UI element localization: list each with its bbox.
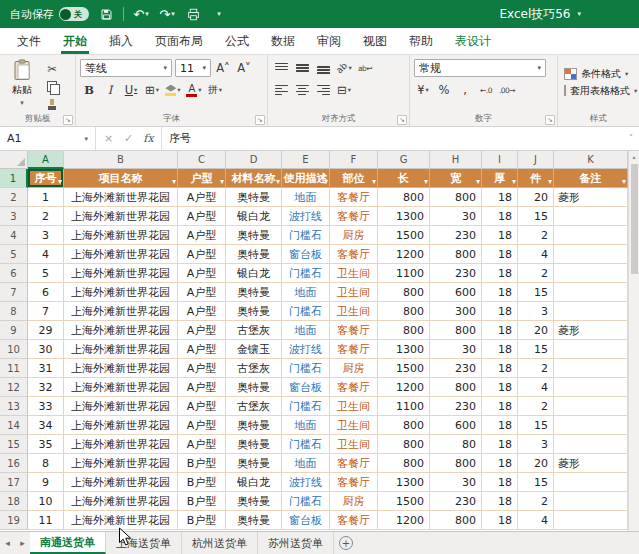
cell[interactable]: 1200	[378, 511, 430, 530]
cell[interactable]: 18	[482, 378, 518, 397]
menu-tab-1[interactable]: 开始	[52, 28, 98, 54]
underline-button[interactable]: U▾	[122, 82, 140, 99]
cell[interactable]: 1100	[378, 264, 430, 283]
filter-arrow-icon[interactable]: ▾	[476, 177, 480, 186]
cell[interactable]: 奥特曼	[226, 416, 282, 435]
enter-button[interactable]: ✓	[120, 132, 137, 145]
decrease-decimal-button[interactable]: .00→	[498, 82, 516, 99]
cell[interactable]: 奥特曼	[226, 188, 282, 207]
cell[interactable]: 15	[518, 473, 554, 492]
cell[interactable]	[554, 378, 628, 397]
alignment-dialog-launcher[interactable]: ↘	[397, 115, 407, 125]
cell[interactable]: 11	[28, 511, 64, 530]
cell[interactable]: A户型	[178, 321, 226, 340]
column-header-J[interactable]: J	[518, 151, 554, 169]
cell[interactable]: 3	[518, 302, 554, 321]
cell[interactable]: 上海外滩新世界花园	[64, 416, 178, 435]
cell[interactable]: A户型	[178, 397, 226, 416]
cell[interactable]: 800	[430, 188, 482, 207]
next-sheet-button[interactable]: ▸	[15, 532, 30, 554]
cell[interactable]: 门槛石	[282, 397, 330, 416]
table-header-cell[interactable]: 宽▾	[430, 169, 482, 188]
cell[interactable]: 上海外滩新世界花园	[64, 226, 178, 245]
cell[interactable]: 4	[518, 378, 554, 397]
undo-button[interactable]: ↶ ▾	[132, 3, 150, 25]
cell[interactable]: 15	[518, 283, 554, 302]
cell[interactable]: 31	[28, 359, 64, 378]
table-header-cell[interactable]: 部位▾	[330, 169, 378, 188]
scroll-up-icon[interactable]: ▴	[632, 153, 635, 161]
cell[interactable]: 3	[518, 435, 554, 454]
cell[interactable]: 门槛石	[282, 226, 330, 245]
cell[interactable]: A户型	[178, 245, 226, 264]
filter-arrow-icon[interactable]: ▾	[58, 177, 62, 186]
cell[interactable]: 地面	[282, 188, 330, 207]
column-header-H[interactable]: H	[430, 151, 482, 169]
cell[interactable]: 5	[28, 264, 64, 283]
cell[interactable]: A户型	[178, 283, 226, 302]
number-format-select[interactable]: 常规 ▾	[414, 59, 546, 77]
cell[interactable]: 上海外滩新世界花园	[64, 454, 178, 473]
align-right-button[interactable]	[314, 82, 332, 99]
cell[interactable]	[554, 416, 628, 435]
paste-button[interactable]: 粘贴 ▾	[4, 58, 40, 108]
row-header-4[interactable]: 4	[0, 226, 28, 245]
cell[interactable]	[554, 302, 628, 321]
cell[interactable]: 18	[482, 340, 518, 359]
cell[interactable]: 2	[518, 226, 554, 245]
menu-tab-8[interactable]: 帮助	[398, 28, 444, 54]
orientation-button[interactable]: ab▾	[335, 60, 353, 77]
cell[interactable]: 奥特曼	[226, 511, 282, 530]
formula-input[interactable]: 序号	[162, 127, 623, 150]
cell[interactable]: 1500	[378, 492, 430, 511]
column-header-B[interactable]: B	[64, 151, 178, 169]
cell[interactable]: 20	[518, 321, 554, 340]
cell[interactable]: 窗台板	[282, 245, 330, 264]
cell[interactable]: 35	[28, 435, 64, 454]
percent-style-button[interactable]: %	[435, 82, 453, 99]
cell[interactable]: B户型	[178, 511, 226, 530]
cell[interactable]: 上海外滩新世界花园	[64, 264, 178, 283]
row-header-13[interactable]: 13	[0, 397, 28, 416]
cell[interactable]: 2	[518, 492, 554, 511]
cell[interactable]: 18	[482, 302, 518, 321]
cell[interactable]: 波打线	[282, 340, 330, 359]
row-header-10[interactable]: 10	[0, 340, 28, 359]
cell[interactable]: 800	[378, 454, 430, 473]
cell[interactable]: 客餐厅	[330, 188, 378, 207]
row-header-19[interactable]: 19	[0, 511, 28, 530]
row-header-9[interactable]: 9	[0, 321, 28, 340]
align-center-button[interactable]	[293, 82, 311, 99]
font-name-select[interactable]: 等线 ▾	[80, 59, 172, 77]
cell[interactable]: 卫生间	[330, 302, 378, 321]
cell[interactable]: 门槛石	[282, 359, 330, 378]
cell[interactable]: 客餐厅	[330, 511, 378, 530]
cell[interactable]: 32	[28, 378, 64, 397]
cell[interactable]: 18	[482, 511, 518, 530]
column-header-F[interactable]: F	[330, 151, 378, 169]
cell[interactable]: 菱形	[554, 321, 628, 340]
sheet-tab-1[interactable]: 上海送货单	[106, 532, 182, 554]
sheet-tab-2[interactable]: 杭州送货单	[182, 532, 258, 554]
cell[interactable]: 4	[28, 245, 64, 264]
cell[interactable]: 30	[430, 207, 482, 226]
cell[interactable]: 800	[378, 416, 430, 435]
cell[interactable]: 2	[28, 207, 64, 226]
cell[interactable]: 80	[430, 435, 482, 454]
cell[interactable]: 800	[378, 435, 430, 454]
cell[interactable]: 18	[482, 207, 518, 226]
vertical-scrollbar[interactable]: ▴	[628, 151, 639, 531]
cell[interactable]: 18	[482, 454, 518, 473]
font-color-button[interactable]: A ▾	[185, 82, 203, 99]
cell[interactable]: 18	[482, 245, 518, 264]
cell[interactable]	[554, 207, 628, 226]
menu-tab-7[interactable]: 视图	[352, 28, 398, 54]
cell[interactable]: 地面	[282, 283, 330, 302]
cell[interactable]: 上海外滩新世界花园	[64, 302, 178, 321]
accounting-format-button[interactable]: ¥▾	[414, 82, 432, 99]
cell[interactable]: 600	[430, 416, 482, 435]
filter-arrow-icon[interactable]: ▾	[172, 177, 176, 186]
cell[interactable]: 客餐厅	[330, 207, 378, 226]
cell[interactable]: 奥特曼	[226, 435, 282, 454]
redo-button[interactable]: ↷ ▾	[158, 3, 176, 25]
